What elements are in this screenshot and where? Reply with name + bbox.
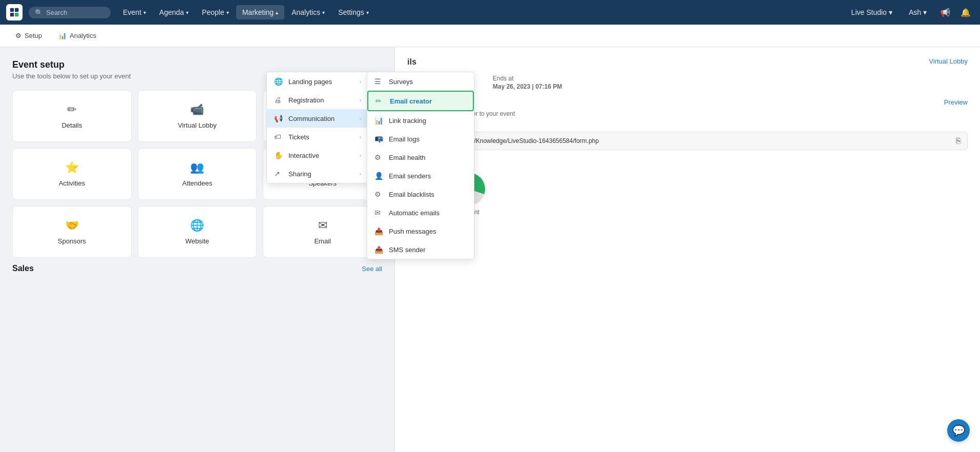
gear-icon: ⚙: [374, 153, 384, 161]
grid-card-sponsors[interactable]: 🤝 Sponsors: [12, 206, 132, 258]
grid-card-details[interactable]: ✏ Details: [12, 90, 132, 142]
right-header: ils Virtual Lobby: [407, 57, 968, 67]
sales-section-header: Sales See all: [12, 264, 382, 273]
grid-card-email[interactable]: ✉ Email: [263, 206, 382, 258]
marketing-dropdown[interactable]: 🌐 Landing pages › 🖨 Registration › 📢 Com…: [266, 72, 369, 183]
globe-icon: 🌐: [274, 77, 283, 86]
user-menu-button[interactable]: Ash ▾: [903, 5, 933, 19]
dd-registration[interactable]: 🖨 Registration ›: [267, 91, 368, 109]
edit-icon: ✏: [376, 97, 385, 105]
right-panel: ils Virtual Lobby Starts at Feb 1, 2023 …: [394, 47, 980, 452]
share-icon: ↗: [274, 170, 283, 178]
cs-email-blacklists[interactable]: ⚙ Email blacklists: [367, 185, 474, 203]
dates-row: Starts at Feb 1, 2023 | 07:16 PM Ends at…: [407, 75, 968, 90]
event-setup-title: Event setup: [12, 59, 382, 70]
svg-rect-3: [15, 13, 18, 16]
gear-icon: ⚙: [15, 32, 22, 39]
chevron-down-icon: ▾: [889, 8, 892, 16]
dd-interactive[interactable]: ✋ Interactive ›: [267, 146, 368, 165]
dd-landing-pages[interactable]: 🌐 Landing pages ›: [267, 72, 368, 91]
nav-item-event[interactable]: Event ▾: [117, 5, 152, 19]
attendee-status-section: Attendee status Enrolled Present: [407, 158, 968, 216]
list-icon: ☰: [374, 77, 384, 86]
ends-at-section: Ends at May 26, 2023 | 07:16 PM: [493, 75, 562, 90]
broadcast-icon-button[interactable]: 📢: [937, 4, 953, 20]
subnav-setup[interactable]: ⚙ Setup: [8, 29, 49, 43]
grid-card-virtual-lobby[interactable]: 📹 Virtual Lobby: [138, 90, 257, 142]
grid-card-activities[interactable]: ⭐ Activities: [12, 148, 132, 200]
user-icon: 👤: [374, 172, 384, 180]
edit-icon: ✏: [67, 103, 76, 116]
email-icon: ✉: [318, 219, 327, 232]
chevron-down-icon: ▾: [186, 10, 189, 15]
printer-icon: 🖨: [274, 96, 283, 104]
mailbox-icon: 📭: [374, 135, 384, 143]
dd-communication[interactable]: 📢 Communication ›: [267, 109, 368, 128]
cs-email-senders[interactable]: 👤 Email senders: [367, 167, 474, 185]
chevron-right-icon: ›: [360, 116, 361, 121]
nav-item-analytics[interactable]: Analytics ▾: [285, 5, 331, 19]
sub-navigation: ⚙ Setup 📊 Analytics: [0, 25, 980, 47]
envelope-icon: ✉: [374, 209, 384, 217]
nav-right: Live Studio ▾ Ash ▾ 📢 🔔: [845, 4, 974, 20]
megaphone-icon: 📢: [274, 114, 283, 122]
chevron-up-icon: ▴: [276, 10, 278, 15]
cs-email-creator[interactable]: ✏ Email creator: [367, 91, 474, 111]
nav-item-agenda[interactable]: Agenda ▾: [153, 5, 195, 19]
svg-rect-0: [10, 8, 14, 12]
people-icon: 👥: [190, 161, 204, 174]
chevron-down-icon: ▾: [366, 10, 369, 15]
cs-email-health[interactable]: ⚙ Email health: [367, 148, 474, 167]
status-row: Enrolled Present: [407, 173, 968, 216]
nav-item-people[interactable]: People ▾: [196, 5, 235, 19]
analytics-icon: 📊: [58, 32, 67, 39]
subnav-analytics[interactable]: 📊 Analytics: [51, 29, 103, 43]
chat-bubble-button[interactable]: 💬: [947, 419, 970, 442]
search-box[interactable]: 🔍 Search: [29, 7, 111, 18]
sms-icon: 📤: [374, 245, 384, 254]
dd-sharing[interactable]: ↗ Sharing ›: [267, 165, 368, 183]
chevron-right-icon: ›: [360, 134, 361, 140]
promo-header: n Preview: [407, 98, 968, 106]
chevron-right-icon: ›: [360, 171, 361, 177]
communication-submenu[interactable]: ☰ Surveys ✏ Email creator 📊 Link trackin…: [367, 72, 474, 259]
nav-item-marketing[interactable]: Marketing ▴: [236, 5, 284, 19]
interactive-icon: ✋: [274, 151, 283, 159]
event-name: ils: [407, 57, 416, 67]
star-icon: ⭐: [65, 161, 79, 174]
handshake-icon: 🤝: [65, 219, 79, 232]
globe-icon: 🌐: [190, 219, 204, 232]
chevron-down-icon: ▾: [923, 8, 927, 16]
app-logo[interactable]: [6, 4, 23, 20]
notifications-icon-button[interactable]: 🔔: [957, 4, 974, 20]
svg-rect-2: [10, 13, 14, 16]
cs-surveys[interactable]: ☰ Surveys: [367, 72, 474, 91]
live-studio-button[interactable]: Live Studio ▾: [845, 5, 899, 19]
search-placeholder: Search: [46, 9, 67, 16]
cs-link-tracking[interactable]: 📊 Link tracking: [367, 111, 474, 130]
link-box: https://inevent.com/en/Knowledge/LiveStu…: [407, 132, 968, 150]
dd-tickets[interactable]: 🏷 Tickets ›: [267, 128, 368, 146]
copy-button[interactable]: ⎘: [956, 136, 961, 146]
see-all-link[interactable]: See all: [362, 265, 382, 273]
chevron-right-icon: ›: [360, 79, 361, 85]
top-navigation: 🔍 Search Event ▾ Agenda ▾ People ▾ Marke…: [0, 0, 980, 25]
push-icon: 📤: [374, 227, 384, 235]
cs-sms-sender[interactable]: 📤 SMS sender: [367, 240, 474, 259]
preview-link[interactable]: Preview: [944, 98, 968, 106]
svg-rect-1: [15, 8, 18, 12]
cs-push-messages[interactable]: 📤 Push messages: [367, 222, 474, 240]
video-icon: 📹: [190, 103, 204, 116]
chevron-down-icon: ▾: [226, 10, 229, 15]
grid-card-attendees[interactable]: 👥 Attendees: [138, 148, 257, 200]
ticket-icon: 🏷: [274, 133, 283, 141]
cs-automatic-emails[interactable]: ✉ Automatic emails: [367, 203, 474, 222]
nav-item-settings[interactable]: Settings ▾: [332, 5, 375, 19]
main-layout: Event setup Use the tools below to set u…: [0, 47, 980, 452]
promo-section: n Preview to invite people to register t…: [407, 98, 968, 150]
chevron-right-icon: ›: [360, 153, 361, 158]
virtual-lobby-link[interactable]: Virtual Lobby: [929, 57, 968, 65]
grid-card-website[interactable]: 🌐 Website: [138, 206, 257, 258]
chevron-down-icon: ▾: [143, 10, 146, 15]
cs-email-logs[interactable]: 📭 Email logs: [367, 130, 474, 148]
